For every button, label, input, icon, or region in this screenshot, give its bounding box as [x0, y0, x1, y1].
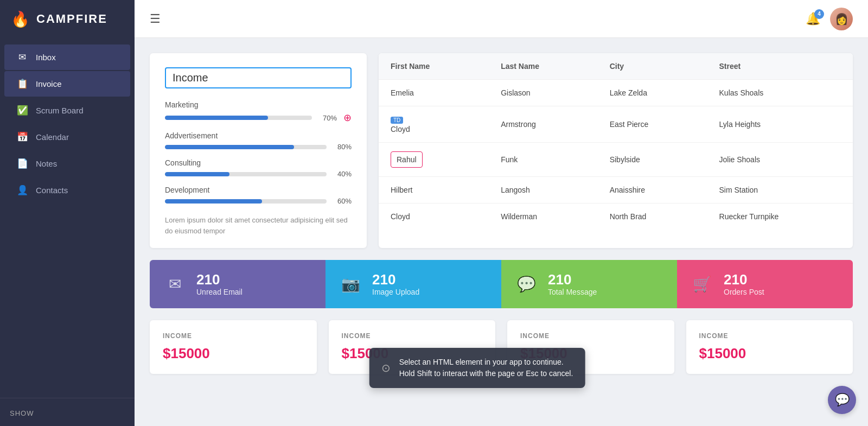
- stat-icon-total-message: 💬: [514, 275, 538, 293]
- chat-bubble[interactable]: 💬: [828, 386, 856, 414]
- table-cell-3-street: Sim Station: [707, 177, 853, 204]
- tooltip-icon: ⊙: [381, 360, 391, 376]
- td-tag-1: TD: [391, 117, 403, 124]
- bottom-card-value-0: $15000: [163, 345, 304, 362]
- notification-badge: 4: [814, 9, 824, 19]
- cell-value-1-last: Armstrong: [501, 120, 536, 129]
- progress-row-3: 60%: [165, 197, 352, 205]
- progress-bar-fill-0: [165, 116, 268, 120]
- app-name: CAMPFIRE: [36, 12, 107, 26]
- data-table: First NameLast NameCityStreet EmeliaGisl…: [379, 53, 853, 230]
- sidebar-icon-notes: 📄: [16, 158, 28, 169]
- cell-value-3-first: Hilbert: [391, 186, 412, 194]
- progress-pct-3: 60%: [332, 197, 352, 205]
- sidebar-icon-calendar: 📅: [16, 131, 28, 143]
- sidebar-item-invoice[interactable]: 📋 Invoice: [4, 71, 130, 97]
- table-cell-0-city: Lake Zelda: [598, 80, 707, 106]
- progress-section-1: Addvertisement 80%: [165, 131, 352, 151]
- table-cell-1-first[interactable]: TDCloyd: [379, 106, 489, 143]
- table-row: EmeliaGislasonLake ZeldaKulas Shoals: [379, 80, 853, 106]
- sidebar-label-invoice: Invoice: [36, 79, 62, 88]
- bottom-card-label-2: INCOME: [520, 332, 661, 340]
- progress-pct-1: 80%: [332, 143, 352, 151]
- sidebar-item-scrum-board[interactable]: ✅ Scrum Board: [4, 98, 130, 123]
- highlighted-cell-2[interactable]: Rahul: [391, 151, 423, 168]
- target-icon: ⊕: [343, 112, 352, 124]
- table-row: CloydWildermanNorth BradRuecker Turnpike: [379, 204, 853, 230]
- sidebar-label-calendar: Calendar: [36, 132, 69, 142]
- table-cell-0-last: Gislason: [489, 80, 597, 106]
- sidebar-label-scrum-board: Scrum Board: [36, 106, 84, 115]
- stat-icon-unread-email: ✉: [163, 275, 187, 293]
- stat-card-total-message[interactable]: 💬 210 Total Message: [501, 260, 677, 308]
- stat-card-unread-email[interactable]: ✉ 210 Unread Email: [150, 260, 326, 308]
- table-cell-4-street: Ruecker Turnpike: [707, 204, 853, 230]
- stat-number-unread-email: 210: [196, 272, 242, 288]
- show-button[interactable]: SHOW: [0, 406, 43, 421]
- table-cell-2-first[interactable]: Rahul: [379, 143, 489, 177]
- table-cell-0-first[interactable]: Emelia: [379, 80, 489, 106]
- progress-row-1: 80%: [165, 143, 352, 151]
- bottom-card-label-1: INCOME: [342, 332, 483, 340]
- progress-bar-fill-3: [165, 199, 262, 204]
- sidebar-icon-invoice: 📋: [16, 78, 28, 90]
- table-col-1: Last Name: [489, 53, 597, 80]
- table-cell-1-city: East Pierce: [598, 106, 707, 143]
- bottom-card-label-3: INCOME: [699, 332, 840, 340]
- income-title-input[interactable]: [165, 67, 352, 88]
- table-col-2: City: [598, 53, 707, 80]
- lorem-text: Lorem ipsum dolor sit amet consectetur a…: [165, 215, 352, 236]
- cell-value-2-last: Funk: [501, 155, 518, 164]
- stat-info-unread-email: 210 Unread Email: [196, 272, 242, 296]
- stat-label-unread-email: Unread Email: [196, 288, 242, 296]
- stat-cards-row: ✉ 210 Unread Email 📷 210 Image Upload 💬 …: [150, 260, 853, 308]
- table-cell-3-city: Anaisshire: [598, 177, 707, 204]
- avatar[interactable]: 👩: [830, 8, 853, 30]
- progress-row-0: 70% ⊕: [165, 112, 352, 124]
- table-cell-1-last: Armstrong: [489, 106, 597, 143]
- notification-button[interactable]: 🔔 4: [806, 12, 820, 26]
- income-card: Marketing 70% ⊕ Addvertisement 80% Consu…: [150, 53, 367, 248]
- progress-bar-bg-1: [165, 145, 327, 149]
- table-cell-4-first[interactable]: Cloyd: [379, 204, 489, 230]
- cell-value-2-city: Sibylside: [610, 155, 640, 164]
- progress-pct-0: 70%: [317, 114, 337, 122]
- table-cell-4-last: Wilderman: [489, 204, 597, 230]
- sidebar-label-notes: Notes: [36, 159, 57, 168]
- topbar-right: 🔔 4 👩: [806, 8, 853, 30]
- stat-card-image-upload[interactable]: 📷 210 Image Upload: [326, 260, 501, 308]
- stat-info-total-message: 210 Total Message: [548, 272, 597, 296]
- sidebar-item-notes[interactable]: 📄 Notes: [4, 151, 130, 176]
- progress-label-1: Addvertisement: [165, 131, 352, 140]
- progress-section-3: Development 60%: [165, 186, 352, 205]
- cell-value-0-city: Lake Zelda: [610, 88, 647, 97]
- sidebar-item-calendar[interactable]: 📅 Calendar: [4, 124, 130, 150]
- cell-value-3-street: Sim Station: [719, 186, 758, 194]
- cell-value-2-street: Jolie Shoals: [719, 155, 761, 164]
- sidebar-icon-scrum-board: ✅: [16, 105, 28, 116]
- table-cell-4-city: North Brad: [598, 204, 707, 230]
- table-col-3: Street: [707, 53, 853, 80]
- stat-info-orders-post: 210 Orders Post: [724, 272, 764, 296]
- topbar: ☰ 🔔 4 👩: [135, 0, 868, 38]
- stat-info-image-upload: 210 Image Upload: [372, 272, 419, 296]
- sidebar-item-contacts[interactable]: 👤 Contacts: [4, 177, 130, 203]
- table-row: TDCloydArmstrongEast PierceLyla Heights: [379, 106, 853, 143]
- bottom-card-3: INCOME $15000: [686, 320, 853, 374]
- stat-card-orders-post[interactable]: 🛒 210 Orders Post: [677, 260, 853, 308]
- progress-bar-fill-1: [165, 145, 294, 149]
- stat-number-total-message: 210: [548, 272, 597, 288]
- progress-label-0: Marketing: [165, 100, 352, 109]
- sidebar-item-inbox[interactable]: ✉ Inbox: [4, 44, 130, 70]
- hamburger-menu[interactable]: ☰: [150, 12, 161, 26]
- table-col-0: First Name: [379, 53, 489, 80]
- cell-value-1-first: Cloyd: [391, 125, 410, 133]
- stat-icon-image-upload: 📷: [339, 275, 362, 293]
- table-cell-3-first[interactable]: Hilbert: [379, 177, 489, 204]
- progress-row-2: 40%: [165, 170, 352, 178]
- top-cards-row: Marketing 70% ⊕ Addvertisement 80% Consu…: [150, 53, 853, 248]
- cell-value-4-last: Wilderman: [501, 212, 537, 221]
- cell-value-0-street: Kulas Shoals: [719, 88, 764, 97]
- cell-value-0-last: Gislason: [501, 88, 530, 97]
- cell-value-4-city: North Brad: [610, 212, 647, 221]
